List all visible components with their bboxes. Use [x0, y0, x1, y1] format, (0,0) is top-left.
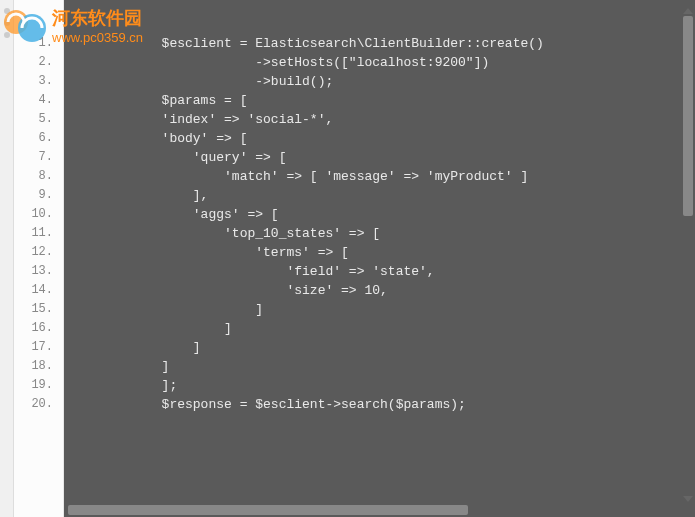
- code-line: ],: [64, 186, 695, 205]
- line-number: 13.: [14, 262, 63, 281]
- line-number: 12.: [14, 243, 63, 262]
- line-number: 18.: [14, 357, 63, 376]
- tab-strip: [0, 0, 14, 517]
- line-number: 7.: [14, 148, 63, 167]
- line-number: 5.: [14, 110, 63, 129]
- vertical-scrollbar-thumb[interactable]: [683, 16, 693, 216]
- horizontal-scrollbar-thumb[interactable]: [68, 505, 468, 515]
- line-number-gutter: 1. 2. 3. 4. 5. 6. 7. 8. 9. 10. 11. 12. 1…: [14, 0, 64, 517]
- code-line: 'match' => [ 'message' => 'myProduct' ]: [64, 167, 695, 186]
- line-number: 20.: [14, 395, 63, 414]
- line-number: 9.: [14, 186, 63, 205]
- line-number: 15.: [14, 300, 63, 319]
- code-line: ->build();: [64, 72, 695, 91]
- scroll-down-icon[interactable]: [683, 496, 693, 502]
- code-line: $esclient = Elasticsearch\ClientBuilder:…: [64, 34, 695, 53]
- watermark-site-name: 河东软件园: [52, 6, 142, 30]
- line-number: 8.: [14, 167, 63, 186]
- code-line: 'terms' => [: [64, 243, 695, 262]
- code-line: $params = [: [64, 91, 695, 110]
- line-number: 4.: [14, 91, 63, 110]
- line-number: 16.: [14, 319, 63, 338]
- code-line: ]: [64, 300, 695, 319]
- code-line: ]: [64, 338, 695, 357]
- vertical-scrollbar[interactable]: [683, 6, 693, 506]
- editor-wrapper: 1. 2. 3. 4. 5. 6. 7. 8. 9. 10. 11. 12. 1…: [0, 0, 695, 517]
- line-number: 14.: [14, 281, 63, 300]
- watermark-site-url: www.pc0359.cn: [52, 30, 143, 45]
- code-line: 'size' => 10,: [64, 281, 695, 300]
- code-line: ->setHosts(["localhost:9200"]): [64, 53, 695, 72]
- line-number: 10.: [14, 205, 63, 224]
- logo-icon: [2, 2, 50, 50]
- code-line: ];: [64, 376, 695, 395]
- code-line: ]: [64, 319, 695, 338]
- line-number: 2.: [14, 53, 63, 72]
- watermark-logo: [2, 2, 50, 54]
- line-number: 6.: [14, 129, 63, 148]
- code-area[interactable]: $esclient = Elasticsearch\ClientBuilder:…: [64, 0, 695, 517]
- line-number: 17.: [14, 338, 63, 357]
- code-line: ]: [64, 357, 695, 376]
- line-number: 3.: [14, 72, 63, 91]
- line-number: 19.: [14, 376, 63, 395]
- code-line: 'aggs' => [: [64, 205, 695, 224]
- code-line: 'field' => 'state',: [64, 262, 695, 281]
- horizontal-scrollbar[interactable]: [66, 505, 679, 515]
- code-line: 'top_10_states' => [: [64, 224, 695, 243]
- code-line: $response = $esclient->search($params);: [64, 395, 695, 414]
- code-line: 'index' => 'social-*',: [64, 110, 695, 129]
- line-number: 11.: [14, 224, 63, 243]
- code-line: 'query' => [: [64, 148, 695, 167]
- code-line: 'body' => [: [64, 129, 695, 148]
- scroll-up-icon[interactable]: [683, 8, 693, 14]
